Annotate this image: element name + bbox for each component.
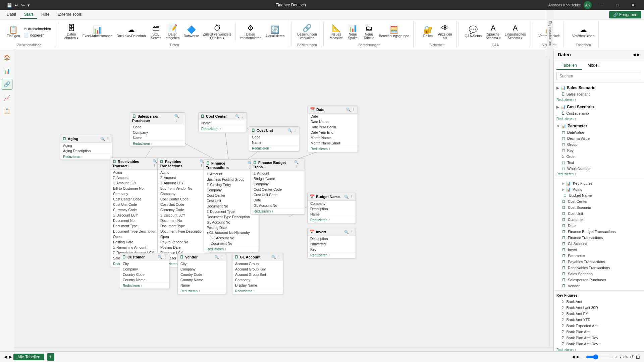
daten-eingeben-button[interactable]: 📝 Dateneingeben — [165, 24, 181, 41]
card-actions-date[interactable]: 🔍 ⋮ — [346, 108, 356, 112]
fit-screen-icon[interactable]: ⊡ — [636, 354, 640, 360]
card-actions-invert[interactable]: 🔍 ⋮ — [344, 230, 354, 234]
add-tab-button[interactable]: + — [47, 353, 54, 361]
neues-measure-button[interactable]: 📐 NeuesMeasure — [328, 24, 344, 41]
sql-button[interactable]: 🗃 SQLServer — [149, 24, 163, 41]
tree-item-bank-amt[interactable]: ΣBank Amt — [554, 299, 644, 305]
zoom-plus-icon[interactable]: + — [615, 354, 618, 360]
tree-item-cost-center[interactable]: 🗒Cost Center — [554, 198, 644, 204]
card-footer-vendor[interactable]: Reduzieren ↑ — [178, 288, 226, 294]
card-actions-gl-account[interactable]: 🔍 ⋮ — [271, 255, 281, 259]
zoom-slider[interactable] — [586, 354, 613, 360]
reduzieren-sales-scenario[interactable]: Reduzieren ↑ — [554, 97, 644, 102]
close-button[interactable]: ✕ — [625, 0, 641, 10]
scroll-right-icon[interactable]: ▶ — [577, 355, 579, 359]
card-footer-finance-trans[interactable]: Reduzieren ↑ — [204, 246, 259, 252]
maximize-button[interactable]: □ — [610, 0, 625, 10]
tree-item-cost-scenario2[interactable]: 🗒Cost Scenario — [554, 204, 644, 210]
card-footer-salesperson[interactable]: Reduzieren ↑ — [130, 140, 185, 146]
collapse-button[interactable]: ◀ — [633, 52, 636, 57]
table-card-finance-budget[interactable]: 🗒Finance Budget Trans... 🔍 ⋮ ΣAmount Bud… — [251, 159, 305, 215]
vertical-scrollbar[interactable] — [549, 49, 553, 347]
tree-item-salesperson[interactable]: 🗒Salesperson Purchaser — [554, 277, 644, 283]
linguistisches-button[interactable]: A LinguistischesSchema ▾ — [503, 24, 527, 41]
kopieren-button[interactable]: 📄 Kopieren — [22, 33, 53, 38]
tree-item-bank-plan-rev2[interactable]: ΣBank Plan Amt Rev... — [554, 341, 644, 347]
table-card-aging[interactable]: 🗒Aging 🔍 ⋮ Aging Aging Description Reduz… — [60, 135, 112, 160]
tree-item-budget-name[interactable]: 🗒Budget Name — [554, 192, 644, 198]
qa-setup-button[interactable]: 💬 Q&A-Setup — [464, 25, 483, 39]
zoom-reset-icon[interactable]: ↺ — [630, 354, 634, 360]
table-card-vendor[interactable]: 🗒Vendor 🔍 ⋮ City Company Country Code Co… — [177, 253, 226, 294]
card-footer-aging[interactable]: Reduzieren ↑ — [60, 154, 112, 160]
tree-item-customer[interactable]: 🗒Customer — [554, 217, 644, 223]
card-actions-vendor[interactable]: 🔍 ⋮ — [214, 255, 224, 259]
card-actions-aging[interactable]: 🔍 ⋮ — [100, 137, 110, 141]
undo-icon[interactable]: ↩ — [14, 2, 19, 8]
tree-item-group[interactable]: ◻Group — [554, 141, 644, 147]
table-card-budget-name[interactable]: 📅Budget Name 🔍 ⋮ Company Description Nam… — [307, 193, 356, 223]
table-card-invert[interactable]: 📅Invert 🔍 ⋮ Description IsInverted Key R… — [307, 228, 356, 258]
tree-item-decimalvalue[interactable]: ◻DecimalValue — [554, 135, 644, 141]
tree-item-vendor[interactable]: 🗒Vendor — [554, 283, 644, 289]
neue-tabelle-button[interactable]: 🗂 NeueTabelle — [362, 24, 376, 41]
tree-item-sales-scenario[interactable]: ΣSales scenario — [554, 91, 644, 97]
card-footer-finance-budget[interactable]: Reduzieren ↑ — [251, 208, 305, 214]
tree-item-finance-budget[interactable]: 🗒Finance Budget Transactions — [554, 229, 644, 235]
tree-item-text[interactable]: ◻Text — [554, 160, 644, 166]
neue-spalte-button[interactable]: 📊 NeueSpalte — [345, 24, 360, 41]
card-actions-salesperson[interactable]: 🔍 ⋮ — [174, 114, 183, 123]
card-actions-cost-center[interactable]: 🔍 ⋮ — [235, 114, 245, 119]
dax-icon[interactable]: 📋 — [2, 106, 12, 116]
tree-item-invert[interactable]: 🗒Invert — [554, 247, 644, 253]
rollen-button[interactable]: 🔐 Rollen — [421, 25, 435, 39]
tab-datei[interactable]: Datei — [3, 11, 20, 19]
freigeben-button[interactable]: 🔗 Freigeben — [609, 11, 641, 18]
table-card-payables[interactable]: 🗒Payables Transactions 🔍 ⋮ Aging ΣAmount… — [157, 158, 210, 267]
tree-item-parameter[interactable]: 🗒Parameter — [554, 253, 644, 259]
reduzieren-key-figures[interactable]: Reduzieren ↑ — [554, 347, 644, 351]
aktualisieren-button[interactable]: 🔄 Aktualisieren — [264, 25, 286, 39]
sprache-schema-button[interactable]: A SpracheSchema ▾ — [484, 24, 502, 41]
alle-tabellen-tab[interactable]: Alle Tabellen — [13, 354, 44, 360]
expand-button[interactable]: ▶ — [637, 52, 640, 57]
model-view-icon[interactable]: 🔗 — [2, 79, 12, 89]
card-footer-customer[interactable]: Reduzieren ↑ — [120, 283, 169, 289]
user-avatar[interactable]: AK — [584, 1, 592, 9]
table-view-icon[interactable]: 📊 — [2, 65, 12, 76]
redo-icon[interactable]: ↪ — [20, 2, 25, 8]
table-card-salesperson[interactable]: 🗒Salesperson Purchaser 🔍 ⋮ Code Company … — [130, 112, 185, 147]
minimize-button[interactable]: ─ — [594, 0, 610, 10]
tree-item-receivables[interactable]: 🗒Receivables Transactions — [554, 265, 644, 271]
tree-group-header-sales-scenario[interactable]: ▶ 📊 Sales Scenario — [554, 84, 644, 91]
tab-modell[interactable]: Modell — [582, 62, 605, 70]
tree-item-wholenumber[interactable]: ◻WholeNumber — [554, 166, 644, 172]
horizontal-scrollbar[interactable] — [14, 347, 553, 351]
tree-item-sales-scenario2[interactable]: 🗒Sales Scenario — [554, 271, 644, 277]
ausschneiden-button[interactable]: ✂ Ausschneiden — [22, 26, 53, 32]
reduzieren-cost-scenario[interactable]: Reduzieren ↑ — [554, 116, 644, 121]
zuletzt-button[interactable]: ⏱ Zuletzt verwendeteQuellen ▾ — [202, 24, 233, 41]
tree-item-bank-plan[interactable]: ΣBank Plan Amt — [554, 329, 644, 335]
scroll-left-icon[interactable]: ◀ — [572, 355, 575, 359]
beziehungen-button[interactable]: 🔗 Beziehungenverwalten — [296, 24, 318, 41]
search-input[interactable] — [556, 72, 641, 80]
tab-tabellen[interactable]: Tabellen — [556, 62, 582, 70]
tree-item-bank-amt-last30[interactable]: ΣBank Amt Last 30D — [554, 305, 644, 311]
tab-start[interactable]: Start — [20, 11, 37, 19]
tree-item-date[interactable]: 🗒Date — [554, 223, 644, 229]
canvas-area[interactable]: 🗒Aging 🔍 ⋮ Aging Aging Description Reduz… — [14, 49, 553, 351]
berechnungsgruppe-button[interactable]: 🧮 Berechnungsgruppe — [378, 25, 411, 39]
tree-item-bank-expected[interactable]: ΣBank Expected Amt — [554, 323, 644, 329]
table-card-cost-center[interactable]: 🗒Cost Center 🔍 ⋮ Name Reduzieren ↑ — [198, 112, 247, 132]
veroeffentlichen-button[interactable]: ☁ Veröffentlichen — [571, 25, 596, 39]
card-actions-finance-budget[interactable]: 🔍 ⋮ — [294, 160, 303, 169]
tab-hilfe[interactable]: Hilfe — [37, 11, 53, 19]
transformieren-button[interactable]: ⚙ Datentransformieren — [238, 24, 263, 41]
report-view-icon[interactable]: 📈 — [2, 92, 12, 103]
tree-item-order[interactable]: ΣOrder — [554, 154, 644, 160]
tree-item-finance-trans[interactable]: 🗒Finance Transactions — [554, 235, 644, 241]
table-card-cost-unit[interactable]: 🗒Cost Unit 🔍 ⋮ Code Name Reduzieren ↑ — [249, 126, 299, 152]
dropdown-icon[interactable]: ▾ — [27, 2, 31, 8]
tree-group-header-cost-scenario[interactable]: ▶ 📊 Cost Scenario — [554, 104, 644, 110]
